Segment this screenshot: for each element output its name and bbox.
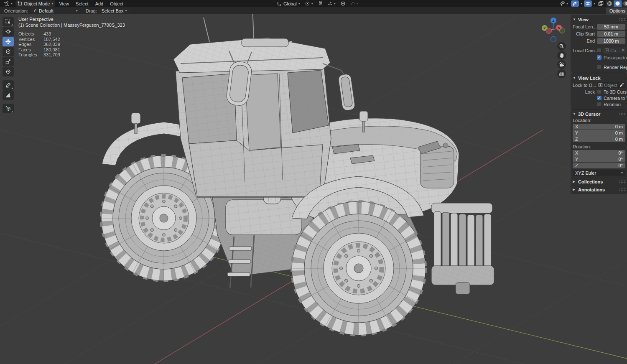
chevron-down-icon: ▾ <box>125 9 127 13</box>
snap-settings-dropdown[interactable]: ▾ <box>326 0 338 7</box>
visibility-eye-icon <box>559 1 565 6</box>
stat-value: 187,542 <box>43 37 60 42</box>
tool-rotate[interactable] <box>3 47 14 56</box>
rotation-mode-value: XYZ Euler <box>575 171 596 176</box>
camera-to-view-checkbox[interactable]: ✓ <box>597 96 602 100</box>
pivot-point-icon <box>305 1 310 6</box>
tool-cursor[interactable] <box>3 27 14 36</box>
pivot-point-dropdown[interactable]: ▾ <box>303 0 315 7</box>
panel-title: Collections <box>578 179 603 184</box>
gizmo-y-label: Y <box>543 26 546 30</box>
editor-3d-viewport-icon <box>4 1 9 6</box>
focal-length-field[interactable]: 50 mm <box>597 24 625 30</box>
chevron-down-icon: ▼ <box>573 18 576 21</box>
shading-mode-group <box>606 0 627 7</box>
panel-3d-cursor: ▼ 3D Cursor Location: X0 m Y0 m Z0 m Rot… <box>571 109 627 178</box>
panel-grip-handle[interactable] <box>619 188 625 191</box>
tool-measure[interactable] <box>3 90 14 100</box>
show-overlays-toggle[interactable] <box>584 0 592 7</box>
tool-add-cube[interactable] <box>3 104 14 113</box>
show-gizmos-toggle[interactable] <box>571 0 579 7</box>
shading-material-button[interactable] <box>622 0 627 7</box>
panel-annotations: ▶ Annotations <box>571 185 627 193</box>
object-visibility-dropdown[interactable]: ▾ <box>557 0 570 7</box>
drag-label: Drag: <box>84 8 99 13</box>
menu-add[interactable]: Add <box>92 0 107 7</box>
menu-object[interactable]: Object <box>107 0 126 7</box>
panel-grip-handle[interactable] <box>619 180 625 183</box>
transform-orientation-dropdown[interactable]: Global ▾ <box>275 0 302 7</box>
panel-view-lock: ▼ View Lock Lock to O... Object Lock To … <box>571 74 627 109</box>
add-cube-icon <box>5 106 11 111</box>
tool-orientation-value: Default <box>39 8 54 13</box>
stat-value: 331,709 <box>43 52 60 58</box>
local-camera-value: Ca... <box>610 48 620 53</box>
eyedropper-icon[interactable] <box>619 83 624 87</box>
material-sphere-icon <box>623 1 627 6</box>
lock-rotation-checkbox[interactable] <box>597 102 602 107</box>
tool-move[interactable] <box>3 37 14 46</box>
xray-toggle[interactable] <box>597 0 605 7</box>
cursor-rotation-label: Rotation: <box>573 144 625 150</box>
drag-dropdown[interactable]: Select Box ▾ <box>99 8 129 14</box>
editor-type-button[interactable]: ▾ <box>2 0 15 7</box>
select-box-icon <box>5 19 11 24</box>
clip-start-field[interactable]: 0.01 m <box>597 31 625 37</box>
navigation-gizmo[interactable]: Z Y X <box>539 14 571 46</box>
perspective-toggle-button[interactable] <box>557 69 566 78</box>
gizmos-icon <box>572 1 578 6</box>
tool-transform[interactable] <box>3 67 14 76</box>
panel-view-header[interactable]: ▼ View <box>573 16 625 23</box>
clear-icon[interactable]: ✕ <box>621 48 625 53</box>
shading-wireframe-button[interactable] <box>606 0 614 7</box>
menu-view[interactable]: View <box>56 0 72 7</box>
cursor-location-x-field[interactable]: X0 m <box>573 124 625 130</box>
clip-end-field[interactable]: 1000 m <box>597 38 625 44</box>
cursor-location-z-field[interactable]: Z0 m <box>573 136 625 142</box>
cursor-rotation-z-field[interactable]: Z0° <box>573 163 625 168</box>
camera-view-button[interactable] <box>557 60 566 69</box>
local-camera-label: Local Cam... <box>573 48 597 53</box>
panel-view-lock-header[interactable]: ▼ View Lock <box>573 74 625 81</box>
viewport-3d[interactable] <box>0 14 627 364</box>
proportional-editing-toggle[interactable] <box>339 0 347 7</box>
panel-grip-handle[interactable] <box>619 18 625 21</box>
cursor-rotation-x-field[interactable]: X0° <box>573 150 625 156</box>
passepartout-checkbox[interactable]: ✓ <box>597 55 602 60</box>
options-button[interactable]: Options <box>606 8 627 14</box>
pan-button[interactable] <box>557 51 566 60</box>
menu-select[interactable]: Select <box>73 0 92 7</box>
front-ballast <box>431 203 494 294</box>
tool-annotate[interactable] <box>3 80 14 90</box>
mode-dropdown[interactable]: Object Mode ▾ <box>15 0 55 7</box>
snap-toggle[interactable] <box>316 0 325 7</box>
snap-target-icon <box>328 1 332 6</box>
panel-3d-cursor-header[interactable]: ▼ 3D Cursor <box>573 110 625 117</box>
tractor-wireframe-model[interactable] <box>101 14 494 335</box>
local-camera-field[interactable]: Ca... ✕ <box>603 48 626 53</box>
panel-grip-handle[interactable] <box>619 112 625 115</box>
show-overlays-dropdown[interactable]: ▾ <box>593 0 596 7</box>
shading-solid-button[interactable] <box>614 0 622 7</box>
local-camera-checkbox[interactable] <box>597 48 602 53</box>
tool-select-box[interactable] <box>3 17 14 26</box>
lock-object-field[interactable]: Object <box>597 82 625 88</box>
proportional-falloff-dropdown[interactable]: ▾ <box>348 0 360 7</box>
cursor-rotation-y-field[interactable]: Y0° <box>573 156 625 162</box>
camera-to-view-label: Camera to Vi... <box>604 96 627 101</box>
zoom-button[interactable] <box>557 42 566 51</box>
to-3d-cursor-checkbox[interactable] <box>597 89 602 94</box>
cursor-location-y-field[interactable]: Y0 m <box>573 130 625 136</box>
tool-scale[interactable] <box>3 57 14 66</box>
tool-orientation-dropdown[interactable]: Default ▾ <box>31 8 80 14</box>
object-mode-icon <box>18 1 22 6</box>
panel-title: View <box>578 17 589 22</box>
orientation-label: Orientation: <box>3 8 30 13</box>
render-region-checkbox[interactable] <box>597 65 602 69</box>
measure-icon <box>5 92 11 98</box>
show-gizmos-dropdown[interactable]: ▾ <box>580 0 583 7</box>
panel-annotations-header[interactable]: ▶ Annotations <box>573 186 625 193</box>
stat-label: Edges <box>18 42 43 47</box>
panel-collections-header[interactable]: ▶ Collections <box>573 178 625 185</box>
rotation-mode-dropdown[interactable]: XYZ Euler ▾ <box>573 170 625 176</box>
